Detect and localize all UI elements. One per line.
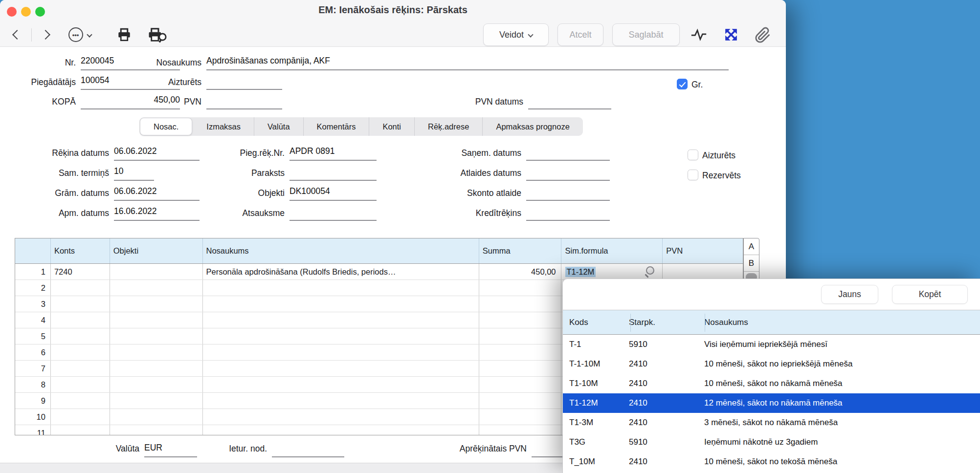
list-item[interactable]: T3G 5910 Ieņēmumi nākotnē uz 3gadiem bbox=[563, 432, 980, 452]
tab[interactable]: Apmaksas prognoze bbox=[482, 117, 582, 136]
objekti-cell[interactable] bbox=[110, 296, 203, 312]
back-button[interactable] bbox=[11, 28, 23, 42]
list-item[interactable]: T-1 5910 Visi ieņēmumi iepriekšējā mēnes… bbox=[563, 335, 980, 354]
objekti-cell[interactable] bbox=[110, 344, 203, 360]
atcelt-button[interactable]: Atcelt bbox=[557, 23, 603, 46]
objekti-cell[interactable] bbox=[110, 409, 203, 425]
tab[interactable]: Komentārs bbox=[303, 117, 369, 136]
objekti-cell[interactable] bbox=[110, 377, 203, 392]
list-item[interactable]: T_10M 2410 10 mēneši, sākot no tekošā mē… bbox=[563, 452, 980, 472]
konts-cell[interactable]: 7240 bbox=[51, 264, 110, 280]
nosaukums-cell[interactable] bbox=[203, 425, 479, 435]
expand-button[interactable] bbox=[723, 26, 739, 43]
nosaukums-cell[interactable] bbox=[203, 361, 479, 376]
rezervets-checkbox[interactable] bbox=[688, 170, 698, 180]
konts-cell[interactable] bbox=[51, 393, 110, 408]
objekti-column-header[interactable]: Objekti bbox=[110, 238, 203, 263]
tab[interactable]: Valūta bbox=[254, 117, 303, 136]
ietur-nod-field[interactable] bbox=[272, 443, 344, 457]
aizturets-checkbox[interactable] bbox=[688, 150, 698, 160]
nosaukums-cell[interactable] bbox=[203, 296, 479, 312]
nosaukums-column-header[interactable]: Nosaukums bbox=[203, 238, 479, 263]
saglabat-button[interactable]: Saglabāt bbox=[612, 23, 680, 46]
nosaukums-cell[interactable] bbox=[203, 409, 479, 425]
konts-column-header[interactable]: Konts bbox=[51, 238, 110, 263]
more-menu-button[interactable]: ••• bbox=[66, 27, 94, 42]
list-item[interactable]: T1-3M 2410 3 mēneši, sākot no nākamā mēn… bbox=[563, 413, 980, 432]
summa-cell[interactable] bbox=[479, 393, 561, 408]
sanem-datums-field[interactable] bbox=[526, 146, 610, 161]
sim-formula-column-header[interactable]: Sim.formula bbox=[561, 238, 663, 263]
konts-cell[interactable] bbox=[51, 425, 110, 435]
sim-formula-cell[interactable]: T1-12M bbox=[561, 264, 663, 280]
konts-cell[interactable] bbox=[51, 312, 110, 328]
pvn-datums-field[interactable] bbox=[528, 95, 611, 109]
nosaukums-cell[interactable] bbox=[203, 344, 479, 360]
konts-cell[interactable] bbox=[51, 344, 110, 360]
lookup-magnifier-icon[interactable] bbox=[644, 266, 655, 278]
pvn-cell[interactable] bbox=[663, 264, 743, 280]
nosaukums-cell[interactable] bbox=[203, 280, 479, 296]
summa-cell[interactable] bbox=[479, 361, 561, 376]
tab[interactable]: Nosac. bbox=[140, 118, 192, 135]
attachment-button[interactable] bbox=[753, 26, 773, 44]
nosaukums-cell[interactable] bbox=[203, 312, 479, 328]
pieg-rek-nr-field[interactable]: APDR 0891 bbox=[290, 146, 377, 161]
objekti-cell[interactable] bbox=[110, 264, 203, 280]
nosaukums-cell[interactable]: Personāla apdrošināšana (Rudolfs Briedis… bbox=[203, 264, 479, 280]
valuta-field[interactable]: EUR bbox=[144, 443, 197, 457]
atsauksme-field[interactable] bbox=[290, 206, 377, 221]
summa-cell[interactable] bbox=[479, 296, 561, 312]
paraksts-field[interactable] bbox=[290, 166, 377, 181]
sim-formula-value[interactable]: T1-12M bbox=[565, 267, 596, 277]
aizturets-field[interactable] bbox=[206, 75, 282, 90]
nosaukums-column-header[interactable]: Nosaukums bbox=[704, 318, 980, 327]
list-item[interactable]: T1-10M 2410 10 mēneši, sākot no nākamā m… bbox=[563, 374, 980, 393]
konts-cell[interactable] bbox=[51, 377, 110, 392]
atlaides-datums-field[interactable] bbox=[526, 166, 610, 181]
objekti-cell[interactable] bbox=[110, 361, 203, 376]
flip-b-button[interactable]: B bbox=[744, 255, 759, 272]
objekti-field[interactable]: DK100054 bbox=[290, 186, 377, 201]
summa-cell[interactable] bbox=[479, 409, 561, 425]
list-item[interactable]: T-1-10M 2410 10 mēneši, sākot no iepriek… bbox=[563, 354, 980, 374]
summa-cell[interactable] bbox=[479, 328, 561, 344]
list-item[interactable]: T1-12M 2410 12 mēneši, sākot no nākamā m… bbox=[563, 393, 980, 413]
objekti-cell[interactable] bbox=[110, 280, 203, 296]
nosaukums-cell[interactable] bbox=[203, 393, 479, 408]
table-row[interactable]: 1 7240 Personāla apdrošināšana (Rudolfs … bbox=[15, 264, 743, 280]
summa-cell[interactable] bbox=[479, 377, 561, 392]
konts-cell[interactable] bbox=[51, 280, 110, 296]
pvn-column-header[interactable]: PVN bbox=[663, 238, 743, 263]
konts-cell[interactable] bbox=[51, 328, 110, 344]
summa-cell[interactable] bbox=[479, 344, 561, 360]
activity-button[interactable] bbox=[690, 27, 708, 42]
tab[interactable]: Izmaksas bbox=[193, 117, 254, 136]
konts-cell[interactable] bbox=[51, 296, 110, 312]
flip-a-button[interactable]: A bbox=[744, 238, 759, 255]
summa-cell[interactable] bbox=[479, 312, 561, 328]
konts-cell[interactable] bbox=[51, 361, 110, 376]
kods-column-header[interactable]: Kods bbox=[563, 318, 629, 327]
print-button[interactable] bbox=[115, 26, 133, 43]
kreditrekins-field[interactable] bbox=[526, 206, 610, 221]
objekti-cell[interactable] bbox=[110, 328, 203, 344]
forward-button[interactable] bbox=[39, 28, 52, 42]
summa-cell[interactable] bbox=[479, 280, 561, 296]
summa-column-header[interactable]: Summa bbox=[479, 238, 561, 263]
tab[interactable]: Konti bbox=[369, 117, 414, 136]
nosaukums-cell[interactable] bbox=[203, 377, 479, 392]
konts-cell[interactable] bbox=[51, 409, 110, 425]
gr-checkbox[interactable] bbox=[677, 79, 688, 89]
tab[interactable]: Rēķ.adrese bbox=[414, 117, 482, 136]
nosaukums-field[interactable]: Apdrošināšanas compānija, AKF bbox=[206, 56, 729, 70]
jauns-button[interactable]: Jauns bbox=[821, 285, 878, 304]
summa-cell[interactable]: 450,00 bbox=[479, 264, 561, 280]
print-preview-button[interactable] bbox=[146, 26, 169, 43]
starpk-column-header[interactable]: Starpk. bbox=[629, 318, 704, 327]
objekti-cell[interactable] bbox=[110, 312, 203, 328]
objekti-cell[interactable] bbox=[110, 393, 203, 408]
skonto-atlaide-field[interactable] bbox=[526, 186, 610, 201]
veidot-dropdown-button[interactable]: Veidot bbox=[483, 23, 549, 46]
objekti-cell[interactable] bbox=[110, 425, 203, 435]
